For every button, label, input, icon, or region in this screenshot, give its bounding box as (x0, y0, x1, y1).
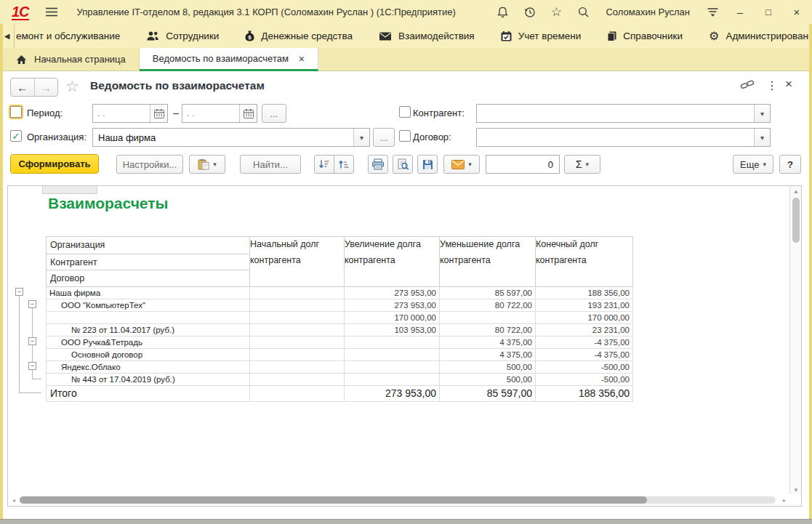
organization-input[interactable] (93, 132, 353, 143)
section-administration[interactable]: ⚙ Администрирование (709, 31, 812, 42)
collapse-group-icon[interactable]: − (28, 300, 36, 308)
organization-more-button[interactable]: ... (373, 128, 395, 147)
sum-button[interactable]: Σ ▾ (564, 155, 600, 174)
period-more-button[interactable]: ... (262, 104, 286, 123)
history-icon[interactable] (522, 5, 536, 20)
paste-settings-button[interactable]: ▾ (189, 155, 225, 174)
section-employees[interactable]: Сотрудники (146, 31, 219, 41)
cell-increase: 273 953,00 (345, 286, 440, 299)
cell-total-final: 188 356,00 (536, 385, 633, 401)
section-catalogs[interactable]: Справочники (607, 31, 683, 41)
spreadsheet-corner-cell[interactable] (42, 186, 97, 194)
cell-final: -500,00 (536, 373, 633, 385)
tab-strip: Начальная страница Ведомость по взаимора… (3, 48, 809, 71)
period-to-field[interactable]: . . (182, 104, 257, 123)
tab-close-icon[interactable]: × (299, 53, 305, 65)
chevron-down-icon[interactable]: ▾ (754, 129, 770, 146)
forward-button[interactable]: → (35, 78, 58, 96)
scroll-right-icon[interactable]: ▸ (779, 497, 790, 504)
section-interactions[interactable]: Взаимодействия (379, 31, 475, 41)
close-form-icon[interactable]: × (785, 77, 792, 92)
cell-name: ООО "КомпьютерТех" (47, 299, 250, 311)
collapse-group-icon[interactable]: − (28, 362, 36, 370)
settings-button[interactable]: Настройки... (116, 155, 183, 174)
cell-initial (250, 286, 345, 299)
section-label: Администрирование (725, 31, 812, 41)
collapse-groups-button[interactable] (314, 155, 334, 174)
header-debt-increase: Увеличение долга контрагента (345, 237, 440, 287)
sigma-icon: Σ (576, 158, 582, 170)
autosum-field[interactable] (486, 155, 560, 174)
vertical-scrollbar[interactable]: ▲ ▼ (789, 186, 801, 496)
table-row: № 223 от 11.04.2017 (руб.) 103 953,00 80… (47, 323, 633, 336)
vertical-scroll-thumb[interactable] (792, 198, 800, 243)
report-table: Организация Контрагент Договор Начальный… (46, 236, 633, 402)
chevron-down-icon[interactable]: ▾ (353, 129, 369, 146)
get-link-icon[interactable] (740, 79, 755, 90)
cell-increase (345, 360, 440, 373)
window-edge-right (809, 24, 812, 519)
section-label: емонт и обслуживание (16, 31, 120, 41)
table-row: № 443 от 17.04.2019 (руб.) 500,00 -500,0… (47, 373, 633, 385)
calendar-icon[interactable] (150, 105, 167, 122)
horizontal-scroll-track[interactable] (20, 496, 776, 504)
collapse-group-icon[interactable]: − (15, 288, 23, 296)
header-final-debt: Конечный долг контрагента (536, 237, 633, 287)
section-time-tracking[interactable]: Учет времени (501, 31, 582, 41)
counterparty-input[interactable] (477, 108, 754, 119)
minimize-button[interactable]: – (732, 6, 748, 18)
favorites-star-icon[interactable]: ☆ (549, 5, 563, 20)
save-button[interactable] (417, 155, 438, 174)
current-user[interactable]: Соломахин Руслан (606, 7, 690, 17)
contract-checkbox[interactable] (399, 130, 411, 142)
section-money[interactable]: $ Денежные средства (245, 31, 353, 41)
section-maintenance[interactable]: емонт и обслуживание (16, 31, 120, 41)
scroll-left-icon[interactable]: ◂ (8, 497, 20, 504)
counterparty-checkbox[interactable] (399, 106, 411, 118)
close-window-button[interactable]: × (789, 6, 805, 18)
organization-checkbox[interactable]: ✓ (10, 130, 22, 142)
period-checkbox[interactable] (10, 106, 22, 118)
add-to-favorites-star-icon[interactable]: ☆ (65, 78, 79, 94)
cell-increase: 273 953,00 (345, 299, 440, 311)
period-from-field[interactable]: . . (92, 104, 168, 123)
sections-panel: ◀ емонт и обслуживание Сотрудники $ Дене… (0, 24, 812, 48)
search-icon[interactable] (576, 5, 590, 20)
help-button[interactable]: ? (779, 155, 801, 174)
expand-groups-button[interactable] (334, 155, 354, 174)
scroll-down-icon[interactable]: ▼ (790, 487, 802, 493)
more-actions-icon[interactable]: ⋮ (766, 78, 778, 92)
cell-total-increase: 273 953,00 (345, 385, 440, 401)
header-initial-debt: Начальный долг контрагента (250, 237, 345, 287)
form-title: Ведомость по взаиморасчетам (90, 79, 265, 92)
hamburger-menu-icon[interactable] (45, 7, 58, 17)
contract-input[interactable] (477, 132, 754, 143)
calendar-icon[interactable] (239, 105, 257, 122)
calendar-check-icon (501, 31, 512, 41)
chevron-down-icon[interactable]: ▾ (754, 105, 770, 122)
cell-increase (345, 373, 440, 385)
service-menu-icon[interactable] (705, 5, 720, 20)
cell-decrease: 80 722,00 (440, 299, 536, 311)
total-row: Итого 273 953,00 85 597,00 188 356,00 (47, 385, 633, 401)
tab-home[interactable]: Начальная страница (3, 48, 140, 70)
notifications-bell-icon[interactable] (495, 5, 510, 20)
cell-final: 193 231,00 (536, 299, 633, 311)
tab-report[interactable]: Ведомость по взаиморасчетам × (140, 48, 318, 71)
collapse-group-icon[interactable]: − (28, 337, 36, 345)
print-button[interactable] (368, 155, 388, 174)
table-row: Яндекс.Облако 500,00 -500,00 (47, 360, 633, 373)
scroll-up-icon[interactable]: ▲ (790, 188, 802, 195)
cell-total-initial (250, 385, 345, 401)
find-button[interactable]: Найти... (240, 155, 301, 174)
cell-initial (250, 336, 345, 348)
horizontal-scrollbar[interactable]: ◂ ▸ (8, 494, 790, 506)
table-row: ООО "КомпьютерТех" 273 953,00 80 722,00 … (47, 299, 633, 311)
maximize-button[interactable]: □ (760, 7, 776, 17)
generate-button[interactable]: Сформировать (10, 154, 99, 174)
back-button[interactable]: ← (11, 78, 35, 96)
print-preview-button[interactable] (393, 155, 413, 174)
horizontal-scroll-thumb[interactable] (20, 496, 647, 504)
send-email-button[interactable]: ▾ (443, 155, 480, 174)
more-menu-button[interactable]: Еще ▾ (733, 155, 773, 174)
